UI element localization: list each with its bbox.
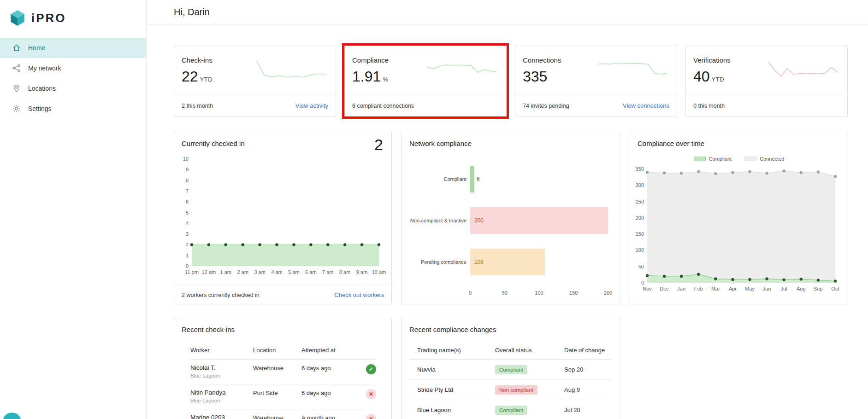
brand-logo: iPRO	[0, 0, 146, 38]
compliance-over-time-card: Compliance over time Compliant Connected…	[630, 131, 848, 305]
svg-text:50: 50	[638, 264, 644, 269]
tables-row: Recent check-ins Worker Location Attempt…	[174, 317, 849, 419]
svg-text:Feb: Feb	[694, 286, 703, 291]
svg-text:Sep: Sep	[814, 286, 823, 291]
stat-card-footer: 0 this month	[686, 95, 847, 116]
stat-card-footer: 74 invites pending View connections	[515, 95, 677, 116]
sidebar-item-label: Settings	[28, 105, 52, 112]
check-out-workers-link[interactable]: Check out workers	[334, 291, 384, 298]
location-pin-icon	[12, 84, 21, 93]
svg-text:5: 5	[186, 210, 189, 215]
stat-card-title: Compliance	[352, 56, 389, 64]
sidebar: iPRO Home My network Locations Settings	[0, 0, 147, 419]
svg-text:9: 9	[186, 167, 189, 172]
status-badge: Compliant	[495, 406, 527, 415]
checkin-attempted-at: 6 days ago	[301, 364, 366, 372]
svg-text:Jul: Jul	[781, 286, 787, 291]
topbar: Hi, Darin	[147, 0, 868, 24]
stat-card-footer: 2 this month View activity	[174, 95, 336, 116]
worker-cell: Marine 0203	[190, 414, 253, 419]
worker-name: Nicolai T.	[190, 364, 253, 371]
table-row[interactable]: Nitin Pandya Blue Lagoon Port Side 6 day…	[190, 384, 375, 409]
svg-text:11 pm: 11 pm	[185, 269, 199, 275]
table-row[interactable]: Marine 0203 Warehouse A month ago	[190, 409, 375, 419]
bar-value-label: 200	[474, 217, 484, 224]
bar-track: 6	[470, 166, 608, 192]
worker-cell: Nitin Pandya Blue Lagoon	[190, 389, 253, 403]
bar-value-label: 108	[474, 259, 484, 265]
table-row[interactable]: Blue Lagoon Compliant Jul 28	[409, 400, 612, 419]
svg-text:7: 7	[186, 188, 189, 194]
bar-track: 200	[470, 207, 608, 234]
svg-text:Jan: Jan	[677, 286, 685, 291]
chat-bubble-button[interactable]	[3, 413, 21, 419]
worker-cell: Nicolai T. Blue Lagoon	[190, 364, 253, 378]
recent-compliance-table: Trading name(s) Overall status Date of c…	[409, 345, 612, 419]
date-of-change: Aug 9	[564, 386, 612, 393]
table-row[interactable]: Stride Pty Ltd Non compliant Aug 9	[409, 380, 612, 400]
bar-value-label: 6	[477, 176, 480, 182]
table-row[interactable]: Nicolai T. Blue Lagoon Warehouse 6 days …	[190, 360, 375, 384]
svg-text:5 am: 5 am	[288, 269, 299, 275]
status-badge: Compliant	[495, 365, 527, 374]
sidebar-item-home[interactable]: Home	[0, 38, 146, 58]
svg-text:3: 3	[186, 231, 189, 237]
bar-category-label: Pending compliance	[407, 259, 470, 265]
bar-row: Pending compliance108	[407, 249, 608, 275]
x-axis-tick: 0	[469, 290, 472, 296]
checkin-status-icon	[366, 364, 376, 374]
bar	[470, 207, 608, 234]
stat-card-title: Check-ins	[182, 56, 213, 64]
recent-checkins-card: Recent check-ins Worker Location Attempt…	[174, 317, 392, 419]
stat-card-footer-text: 0 this month	[693, 103, 725, 109]
home-icon	[12, 43, 21, 52]
sidebar-item-my-network[interactable]: My network	[0, 58, 146, 78]
stat-card-title: Connections	[523, 56, 561, 64]
column-header: Worker	[190, 347, 253, 354]
sidebar-item-label: Home	[28, 44, 45, 52]
panel-title: Recent compliance changes	[409, 326, 496, 333]
sparkline-chart	[255, 58, 327, 81]
column-header: Overall status	[495, 347, 564, 354]
table-header-row: Trading name(s) Overall status Date of c…	[409, 345, 612, 360]
worker-org: Blue Lagoon	[190, 373, 253, 378]
stat-card-footer: 6 compliant connections	[345, 95, 506, 116]
stat-card-checkins: Check-ins 22YTD 2 this month View activi…	[174, 46, 336, 116]
main-area: Hi, Darin Check-ins 22YTD 2 this month V…	[147, 0, 868, 419]
svg-text:Jun: Jun	[763, 286, 771, 291]
table-header-row: Worker Location Attempted at	[190, 345, 375, 360]
bar-track: 108	[470, 249, 608, 275]
status-badge: Non compliant	[495, 385, 537, 395]
checkin-attempted-at: A month ago	[301, 414, 366, 419]
view-connections-link[interactable]: View connections	[623, 102, 669, 109]
stat-card-value: 1.91	[352, 68, 381, 85]
svg-text:250: 250	[636, 199, 644, 204]
svg-text:0: 0	[641, 280, 644, 285]
svg-text:6: 6	[186, 199, 189, 204]
stat-card-verifications: Verifications 40YTD 0 this month	[685, 46, 848, 116]
view-activity-link[interactable]: View activity	[295, 102, 328, 109]
network-compliance-card: Network compliance Compliant6Non-complia…	[402, 131, 620, 305]
svg-text:Oct: Oct	[831, 286, 839, 291]
column-header: Trading name(s)	[409, 347, 495, 354]
trading-name: Nuvvia	[409, 366, 495, 373]
svg-text:300: 300	[636, 182, 644, 188]
checkin-status-icon	[366, 414, 376, 419]
svg-text:12 am: 12 am	[202, 269, 216, 275]
svg-text:8 am: 8 am	[339, 269, 350, 275]
legend-item-connected: Connected	[744, 156, 784, 162]
sidebar-item-locations[interactable]: Locations	[0, 78, 146, 99]
table-row[interactable]: Nuvvia Compliant Sep 20	[409, 360, 612, 380]
trading-name: Blue Lagoon	[409, 407, 495, 413]
date-of-change: Sep 20	[564, 366, 612, 373]
checkin-location: Warehouse	[253, 414, 301, 419]
checkin-attempted-at: 6 days ago	[301, 389, 366, 396]
svg-text:1 am: 1 am	[220, 269, 231, 275]
stat-card-compliance: Compliance 1.91% 6 compliant connections	[344, 46, 507, 116]
legend-swatch-connected	[744, 157, 756, 161]
trading-name: Stride Pty Ltd	[409, 386, 495, 393]
worker-name: Marine 0203	[190, 414, 253, 419]
stat-card-footer-text: 74 invites pending	[523, 103, 569, 109]
sidebar-item-settings[interactable]: Settings	[0, 99, 146, 119]
stat-card-footer-text: 2 this month	[182, 103, 213, 109]
